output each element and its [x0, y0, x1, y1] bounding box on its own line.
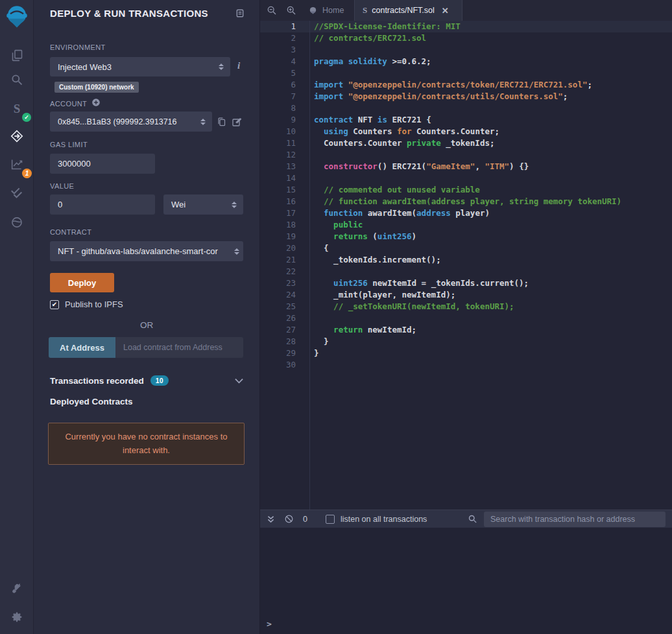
plugin-manager-icon[interactable] [0, 576, 34, 601]
code-line[interactable]: 5 [260, 67, 672, 79]
code-text: // function awardItem(address player, st… [314, 196, 621, 207]
code-line[interactable]: 8 [260, 102, 672, 114]
code-line[interactable]: 22 [260, 266, 672, 277]
plugin-circle-icon[interactable] [0, 210, 34, 235]
listen-transactions-checkbox[interactable] [326, 515, 335, 524]
code-line[interactable]: 14 [260, 172, 672, 184]
copy-account-icon[interactable] [217, 117, 226, 130]
code-line[interactable]: 7import "@openzeppelin/contracts/utils/C… [260, 91, 672, 102]
code-line[interactable]: 24 _mint(player, newItemId); [260, 289, 672, 301]
environment-info-icon[interactable]: i [237, 60, 240, 71]
code-line[interactable]: 12 [260, 149, 672, 161]
line-number: 2 [260, 32, 296, 44]
code-text: } [314, 347, 319, 359]
code-line[interactable]: 15 // commented out unused variable [260, 184, 672, 196]
code-line[interactable]: 30 [260, 359, 672, 371]
code-line[interactable]: 6import "@openzeppelin/contracts/token/E… [260, 79, 672, 91]
code-line[interactable]: 21 _tokenIds.increment(); [260, 254, 672, 266]
code-text: // _setTokenURI(newItemId, tokenURI); [314, 301, 514, 312]
no-instances-message: Currently you have no contract instances… [63, 430, 230, 456]
line-number: 11 [260, 137, 296, 149]
code-line[interactable]: 1//SPDX-License-Identifier: MIT [260, 21, 672, 32]
code-line[interactable]: 13 constructor() ERC721("GameItem", "ITM… [260, 161, 672, 172]
environment-label: ENVIRONMENT [50, 43, 106, 51]
code-text: _mint(player, newItemId); [314, 289, 455, 301]
code-line[interactable]: 3 [260, 44, 672, 56]
line-number: 23 [260, 277, 296, 289]
contract-value: NFT - github/ava-labs/avalanche-smart-co… [58, 246, 233, 256]
docs-icon[interactable] [235, 8, 245, 21]
tab-home[interactable]: Home [300, 0, 352, 21]
code-line[interactable]: 2// contracts/ERC721.sol [260, 32, 672, 44]
code-text: uint256 newItemId = _tokenIds.current(); [314, 277, 529, 289]
transactions-recorded-row[interactable]: Transactions recorded 10 [50, 375, 243, 386]
at-address-button[interactable]: At Address [49, 337, 115, 358]
solidity-file-icon: S [363, 5, 367, 16]
line-number: 3 [260, 44, 296, 56]
line-number: 15 [260, 184, 296, 196]
zoom-in-icon[interactable] [286, 5, 296, 16]
code-text: return newItemId; [314, 324, 416, 336]
chevron-down-icon[interactable] [235, 375, 243, 386]
publish-ipfs-checkbox[interactable]: ✔ [50, 300, 59, 309]
code-line[interactable]: 10 using Counters for Counters.Counter; [260, 126, 672, 137]
gas-limit-input[interactable] [50, 154, 155, 174]
terminal-toolbar: 0 listen on all transactions [260, 510, 672, 528]
code-line[interactable]: 27 return newItemId; [260, 324, 672, 336]
account-select[interactable]: 0x845...B1aB3 (999992.3913716 [50, 112, 212, 132]
value-unit: Wei [171, 200, 228, 209]
code-line[interactable]: 4pragma solidity >=0.6.2; [260, 56, 672, 67]
code-editor[interactable]: 1//SPDX-License-Identifier: MIT2// contr… [260, 21, 672, 510]
publish-ipfs-row[interactable]: ✔ Publish to IPFS [50, 299, 123, 309]
remix-logo[interactable] [3, 3, 31, 31]
listen-transactions-label: listen on all transactions [341, 515, 427, 524]
code-text: { [314, 242, 329, 254]
code-line[interactable]: 29} [260, 347, 672, 359]
code-line[interactable]: 16 // function awardItem(address player,… [260, 196, 672, 207]
code-line[interactable]: 9contract NFT is ERC721 { [260, 114, 672, 126]
value-input[interactable] [50, 194, 155, 215]
code-line[interactable]: 28 } [260, 336, 672, 347]
value-unit-select[interactable]: Wei [163, 194, 243, 215]
solidity-compiler-icon[interactable]: S ✓ [0, 97, 34, 121]
code-line[interactable]: 17 function awardItem(address player) [260, 207, 672, 219]
search-icon[interactable] [0, 67, 34, 92]
code-text: using Counters for Counters.Counter; [314, 126, 499, 137]
unit-testing-icon[interactable] [0, 180, 34, 205]
network-badge: Custom (10920) network [54, 82, 139, 93]
code-line[interactable]: 11 Counters.Counter private _tokenIds; [260, 137, 672, 149]
deploy-run-icon[interactable] [0, 124, 34, 148]
home-tab-label: Home [322, 6, 344, 15]
line-number: 18 [260, 219, 296, 231]
code-line[interactable]: 26 [260, 312, 672, 324]
clear-terminal-icon[interactable] [284, 514, 294, 524]
code-line[interactable]: 23 uint256 newItemId = _tokenIds.current… [260, 277, 672, 289]
expand-terminal-icon[interactable] [267, 515, 275, 524]
terminal-search-input[interactable] [484, 511, 666, 527]
add-account-icon[interactable] [91, 98, 101, 110]
close-tab-icon[interactable]: ✕ [442, 6, 449, 16]
select-caret-icon [232, 202, 237, 208]
line-number: 20 [260, 242, 296, 254]
icon-rail: S ✓ 1 [0, 0, 34, 634]
code-text: constructor() ERC721("GameItem", "ITM") … [314, 161, 529, 172]
tab-bar: Home S contracts/NFT.sol ✕ [260, 0, 672, 21]
line-number: 28 [260, 336, 296, 347]
listen-transactions-row[interactable]: listen on all transactions [326, 515, 427, 524]
contract-select[interactable]: NFT - github/ava-labs/avalanche-smart-co… [50, 241, 243, 261]
code-text: import "@openzeppelin/contracts/utils/Co… [314, 91, 568, 102]
code-line[interactable]: 20 { [260, 242, 672, 254]
file-explorer-icon[interactable] [0, 43, 34, 67]
code-line[interactable]: 25 // _setTokenURI(newItemId, tokenURI); [260, 301, 672, 312]
edit-account-icon[interactable] [232, 117, 242, 130]
at-address-input[interactable] [115, 337, 243, 358]
code-line[interactable]: 19 returns (uint256) [260, 231, 672, 242]
settings-icon[interactable] [0, 605, 34, 629]
tab-active-file[interactable]: S contracts/NFT.sol ✕ [354, 0, 462, 21]
zoom-out-icon[interactable] [267, 5, 277, 16]
environment-select[interactable]: Injected Web3 [50, 57, 230, 76]
analytics-icon[interactable]: 1 [0, 152, 34, 176]
code-line[interactable]: 18 public [260, 219, 672, 231]
deploy-button[interactable]: Deploy [50, 273, 114, 292]
terminal-output[interactable]: > [260, 528, 672, 634]
